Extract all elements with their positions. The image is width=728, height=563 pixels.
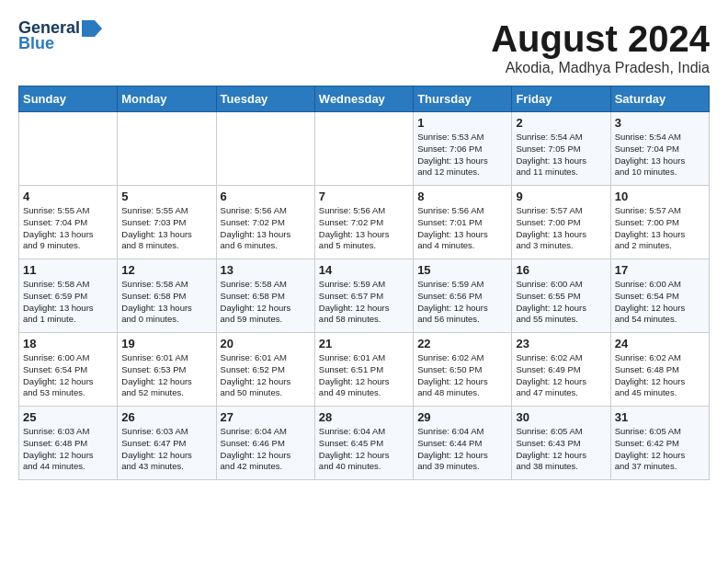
calendar-cell: 2Sunrise: 5:54 AMSunset: 7:05 PMDaylight…: [512, 112, 610, 186]
calendar-table: Sunday Monday Tuesday Wednesday Thursday…: [18, 86, 710, 480]
day-info: Sunrise: 6:03 AMSunset: 6:48 PMDaylight:…: [23, 426, 113, 473]
day-number: 1: [417, 116, 507, 130]
day-info: Sunrise: 5:55 AMSunset: 7:03 PMDaylight:…: [121, 205, 211, 252]
day-number: 23: [516, 337, 606, 350]
header-tuesday: Tuesday: [216, 86, 314, 112]
calendar-cell: 21Sunrise: 6:01 AMSunset: 6:51 PMDayligh…: [314, 333, 413, 407]
calendar-cell: 20Sunrise: 6:01 AMSunset: 6:52 PMDayligh…: [216, 333, 314, 407]
weekday-header-row: Sunday Monday Tuesday Wednesday Thursday…: [19, 86, 710, 112]
day-number: 2: [516, 116, 606, 130]
day-number: 27: [221, 410, 311, 424]
day-info: Sunrise: 6:02 AMSunset: 6:48 PMDaylight:…: [615, 352, 705, 399]
calendar-cell: 11Sunrise: 5:58 AMSunset: 6:59 PMDayligh…: [19, 259, 118, 333]
calendar-week-4: 18Sunrise: 6:00 AMSunset: 6:54 PMDayligh…: [19, 333, 710, 407]
day-info: Sunrise: 5:57 AMSunset: 7:00 PMDaylight:…: [516, 205, 606, 252]
day-info: Sunrise: 6:02 AMSunset: 6:49 PMDaylight:…: [516, 352, 606, 399]
day-number: 17: [615, 263, 705, 277]
svg-marker-0: [82, 20, 102, 37]
calendar-week-3: 11Sunrise: 5:58 AMSunset: 6:59 PMDayligh…: [19, 259, 710, 333]
day-number: 28: [319, 410, 409, 424]
calendar-cell: 27Sunrise: 6:04 AMSunset: 6:46 PMDayligh…: [216, 407, 314, 480]
calendar-cell: 16Sunrise: 6:00 AMSunset: 6:55 PMDayligh…: [512, 259, 610, 333]
day-number: 6: [221, 190, 311, 203]
logo-icon: [82, 20, 102, 37]
day-info: Sunrise: 5:57 AMSunset: 7:00 PMDaylight:…: [615, 205, 705, 252]
day-number: 16: [516, 263, 606, 277]
calendar-cell: 10Sunrise: 5:57 AMSunset: 7:00 PMDayligh…: [610, 186, 709, 259]
calendar-cell: 3Sunrise: 5:54 AMSunset: 7:04 PMDaylight…: [610, 112, 709, 186]
day-number: 14: [319, 263, 409, 277]
header-saturday: Saturday: [610, 86, 709, 112]
day-number: 19: [121, 337, 211, 350]
calendar-cell: 8Sunrise: 5:56 AMSunset: 7:01 PMDaylight…: [414, 186, 512, 259]
day-info: Sunrise: 6:04 AMSunset: 6:45 PMDaylight:…: [319, 426, 409, 473]
calendar-cell: 19Sunrise: 6:01 AMSunset: 6:53 PMDayligh…: [118, 333, 216, 407]
day-info: Sunrise: 5:59 AMSunset: 6:57 PMDaylight:…: [319, 279, 409, 326]
header-thursday: Thursday: [414, 86, 512, 112]
day-info: Sunrise: 6:02 AMSunset: 6:50 PMDaylight:…: [417, 352, 507, 399]
calendar-cell: [314, 112, 413, 186]
calendar-cell: [216, 112, 314, 186]
day-info: Sunrise: 5:54 AMSunset: 7:05 PMDaylight:…: [516, 132, 606, 178]
calendar-cell: 14Sunrise: 5:59 AMSunset: 6:57 PMDayligh…: [314, 259, 413, 333]
header-friday: Friday: [512, 86, 610, 112]
day-number: 15: [417, 263, 507, 277]
location: Akodia, Madhya Pradesh, India: [491, 60, 710, 76]
calendar-cell: 6Sunrise: 5:56 AMSunset: 7:02 PMDaylight…: [216, 186, 314, 259]
header-wednesday: Wednesday: [314, 86, 413, 112]
calendar-cell: 23Sunrise: 6:02 AMSunset: 6:49 PMDayligh…: [512, 333, 610, 407]
calendar-cell: 22Sunrise: 6:02 AMSunset: 6:50 PMDayligh…: [414, 333, 512, 407]
calendar-cell: [118, 112, 216, 186]
calendar-cell: 13Sunrise: 5:58 AMSunset: 6:58 PMDayligh…: [216, 259, 314, 333]
day-number: 21: [319, 337, 409, 350]
day-info: Sunrise: 6:05 AMSunset: 6:43 PMDaylight:…: [516, 426, 606, 473]
day-info: Sunrise: 6:00 AMSunset: 6:55 PMDaylight:…: [516, 279, 606, 326]
calendar-cell: 5Sunrise: 5:55 AMSunset: 7:03 PMDaylight…: [118, 186, 216, 259]
calendar-cell: 26Sunrise: 6:03 AMSunset: 6:47 PMDayligh…: [118, 407, 216, 480]
calendar-cell: 31Sunrise: 6:05 AMSunset: 6:42 PMDayligh…: [610, 407, 709, 480]
day-info: Sunrise: 5:58 AMSunset: 6:58 PMDaylight:…: [121, 279, 211, 326]
calendar-cell: 7Sunrise: 5:56 AMSunset: 7:02 PMDaylight…: [314, 186, 413, 259]
day-info: Sunrise: 6:00 AMSunset: 6:54 PMDaylight:…: [23, 352, 113, 399]
day-info: Sunrise: 5:56 AMSunset: 7:01 PMDaylight:…: [417, 205, 507, 252]
day-info: Sunrise: 6:04 AMSunset: 6:44 PMDaylight:…: [417, 426, 507, 473]
day-info: Sunrise: 6:00 AMSunset: 6:54 PMDaylight:…: [615, 279, 705, 326]
day-info: Sunrise: 6:03 AMSunset: 6:47 PMDaylight:…: [121, 426, 211, 473]
day-number: 31: [615, 410, 705, 424]
day-info: Sunrise: 6:04 AMSunset: 6:46 PMDaylight:…: [221, 426, 311, 473]
calendar-week-5: 25Sunrise: 6:03 AMSunset: 6:48 PMDayligh…: [19, 407, 710, 480]
day-info: Sunrise: 6:01 AMSunset: 6:51 PMDaylight:…: [319, 352, 409, 399]
day-number: 22: [417, 337, 507, 350]
day-info: Sunrise: 5:58 AMSunset: 6:58 PMDaylight:…: [221, 279, 311, 326]
page: General Blue August 2024 Akodia, Madhya …: [0, 0, 728, 499]
calendar-cell: 15Sunrise: 5:59 AMSunset: 6:56 PMDayligh…: [414, 259, 512, 333]
day-number: 4: [23, 190, 113, 203]
day-info: Sunrise: 5:56 AMSunset: 7:02 PMDaylight:…: [319, 205, 409, 252]
calendar-cell: 25Sunrise: 6:03 AMSunset: 6:48 PMDayligh…: [19, 407, 118, 480]
day-info: Sunrise: 5:55 AMSunset: 7:04 PMDaylight:…: [23, 205, 113, 252]
day-number: 11: [23, 263, 113, 277]
day-number: 26: [121, 410, 211, 424]
day-info: Sunrise: 5:59 AMSunset: 6:56 PMDaylight:…: [417, 279, 507, 326]
calendar-cell: 17Sunrise: 6:00 AMSunset: 6:54 PMDayligh…: [610, 259, 709, 333]
day-info: Sunrise: 6:05 AMSunset: 6:42 PMDaylight:…: [615, 426, 705, 473]
day-number: 10: [615, 190, 705, 203]
calendar-cell: 9Sunrise: 5:57 AMSunset: 7:00 PMDaylight…: [512, 186, 610, 259]
day-info: Sunrise: 6:01 AMSunset: 6:52 PMDaylight:…: [221, 352, 311, 399]
day-info: Sunrise: 5:56 AMSunset: 7:02 PMDaylight:…: [221, 205, 311, 252]
calendar-week-2: 4Sunrise: 5:55 AMSunset: 7:04 PMDaylight…: [19, 186, 710, 259]
day-info: Sunrise: 5:54 AMSunset: 7:04 PMDaylight:…: [615, 132, 705, 178]
logo: General Blue: [18, 18, 102, 53]
header-sunday: Sunday: [19, 86, 118, 112]
calendar-cell: 30Sunrise: 6:05 AMSunset: 6:43 PMDayligh…: [512, 407, 610, 480]
month-title: August 2024: [491, 18, 710, 60]
calendar-cell: 18Sunrise: 6:00 AMSunset: 6:54 PMDayligh…: [19, 333, 118, 407]
day-number: 13: [221, 263, 311, 277]
calendar-cell: 1Sunrise: 5:53 AMSunset: 7:06 PMDaylight…: [414, 112, 512, 186]
calendar-cell: 28Sunrise: 6:04 AMSunset: 6:45 PMDayligh…: [314, 407, 413, 480]
calendar-cell: 4Sunrise: 5:55 AMSunset: 7:04 PMDaylight…: [19, 186, 118, 259]
day-number: 25: [23, 410, 113, 424]
logo-blue: Blue: [18, 34, 54, 53]
day-info: Sunrise: 5:58 AMSunset: 6:59 PMDaylight:…: [23, 279, 113, 326]
day-number: 3: [615, 116, 705, 130]
